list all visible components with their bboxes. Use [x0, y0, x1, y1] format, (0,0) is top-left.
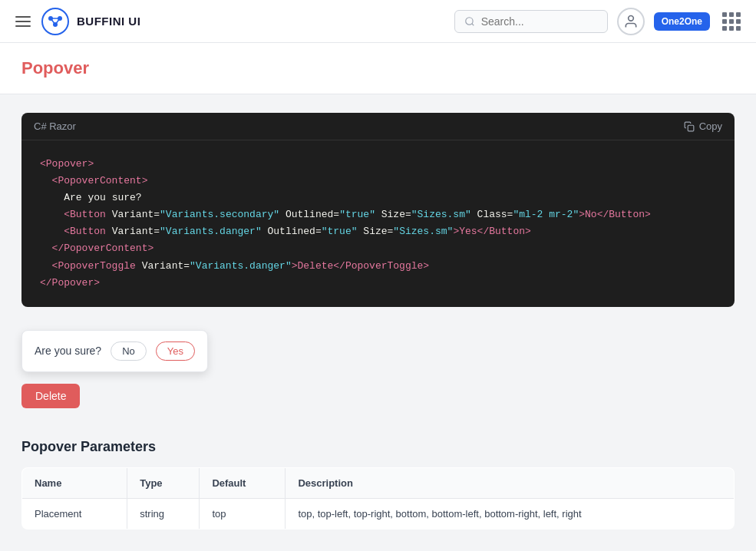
table-row: Placement string top top, top-left, top-… — [22, 498, 735, 529]
cell-description: top, top-left, top-right, bottom, bottom… — [286, 498, 735, 529]
cell-default: top — [200, 498, 286, 529]
yes-button[interactable]: Yes — [156, 341, 195, 361]
code-header: C# Razor Copy — [21, 113, 735, 140]
header-right: One2One — [617, 8, 744, 35]
search-bar[interactable] — [454, 10, 608, 33]
header-left: BUFFINI UI — [12, 8, 445, 35]
avatar[interactable] — [617, 8, 645, 35]
code-line-5: <Button Variant="Variants.danger" Outlin… — [40, 223, 716, 240]
code-line-4: <Button Variant="Variants.secondary" Out… — [40, 206, 716, 223]
delete-button[interactable]: Delete — [21, 384, 80, 408]
popover-bubble: Are you sure? No Yes — [21, 330, 208, 372]
parameters-title: Popover Parameters — [21, 439, 735, 455]
header-search — [454, 10, 608, 33]
code-line-8: </Popover> — [40, 275, 716, 292]
apps-grid-icon[interactable] — [719, 9, 744, 34]
page-title: Popover — [21, 58, 735, 78]
search-input[interactable] — [481, 15, 581, 28]
table-header-row: Name Type Default Description — [22, 467, 735, 498]
code-block: C# Razor Copy <Popover> <PopoverContent>… — [21, 113, 735, 307]
col-header-name: Name — [22, 467, 127, 498]
user-icon — [623, 14, 639, 29]
code-line-3: Are you sure? — [40, 190, 716, 206]
page-title-bar: Popover — [0, 43, 756, 94]
code-language: C# Razor — [34, 120, 76, 132]
header: BUFFINI UI One2One — [0, 0, 756, 43]
parameters-section: Popover Parameters Name Type Default Des… — [21, 439, 735, 530]
code-line-6: </PopoverContent> — [40, 240, 716, 257]
svg-point-8 — [628, 15, 633, 21]
code-line-7: <PopoverToggle Variant="Variants.danger"… — [40, 258, 716, 275]
code-line-2: <PopoverContent> — [40, 173, 716, 190]
copy-label: Copy — [699, 120, 722, 132]
svg-line-5 — [51, 18, 55, 25]
no-button[interactable]: No — [111, 341, 147, 361]
hamburger-menu-icon[interactable] — [12, 13, 34, 30]
col-header-default: Default — [200, 467, 286, 498]
cell-type: string — [127, 498, 200, 529]
search-icon — [464, 16, 475, 27]
parameters-table: Name Type Default Description Placement … — [21, 467, 735, 530]
cell-name: Placement — [22, 498, 127, 529]
copy-button[interactable]: Copy — [684, 120, 722, 132]
popover-question: Are you sure? — [35, 345, 101, 357]
brand-name: BUFFINI UI — [77, 15, 140, 28]
demo-area: Are you sure? No Yes Delete — [21, 338, 735, 408]
col-header-type: Type — [127, 467, 200, 498]
code-line-1: <Popover> — [40, 156, 716, 173]
logo-icon — [41, 8, 69, 35]
svg-point-7 — [465, 17, 472, 24]
copy-icon — [684, 121, 695, 132]
main-content: C# Razor Copy <Popover> <PopoverContent>… — [0, 94, 756, 551]
one2one-badge[interactable]: One2One — [654, 12, 710, 31]
svg-rect-9 — [688, 125, 694, 131]
svg-point-0 — [42, 8, 68, 35]
code-body: <Popover> <PopoverContent> Are you sure?… — [21, 140, 735, 307]
svg-line-6 — [55, 18, 60, 25]
col-header-description: Description — [286, 467, 735, 498]
